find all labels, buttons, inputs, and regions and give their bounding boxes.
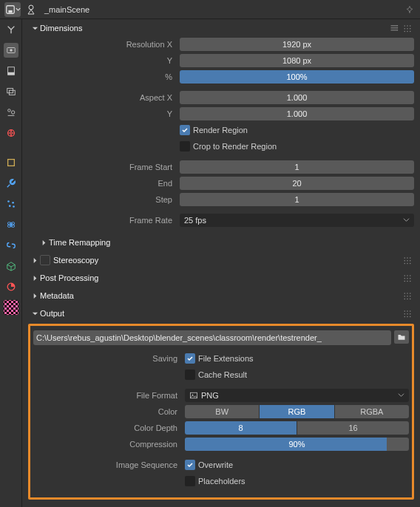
svg-point-34 <box>407 31 408 33</box>
svg-point-40 <box>407 260 408 262</box>
svg-point-32 <box>410 28 411 30</box>
crop-region-checkbox[interactable] <box>180 141 190 152</box>
color-rgb-button[interactable]: RGB <box>260 405 333 418</box>
material-icon[interactable] <box>4 279 18 294</box>
view-layer-icon[interactable] <box>4 84 18 99</box>
image-sequence-label: Image Sequence <box>33 460 185 469</box>
color-bw-button[interactable]: BW <box>185 405 259 418</box>
physics-icon[interactable] <box>4 217 18 232</box>
stereoscopy-checkbox[interactable] <box>40 255 50 265</box>
output-properties-icon[interactable] <box>4 64 18 78</box>
time-remapping-header[interactable]: Time Remapping <box>28 234 414 251</box>
scene-icon <box>25 4 37 16</box>
frame-rate-value: 25 fps <box>184 216 206 225</box>
aspect-x-label: Aspect X <box>28 93 180 102</box>
collapse-icon <box>30 293 40 299</box>
resolution-y-label: Y <box>28 56 180 65</box>
scene-props-icon[interactable] <box>4 105 18 120</box>
options-icon[interactable] <box>402 290 413 301</box>
svg-point-49 <box>407 278 408 279</box>
svg-point-35 <box>410 31 411 33</box>
svg-rect-6 <box>7 72 14 75</box>
options-icon[interactable] <box>402 23 413 33</box>
scene-title: _mainScene <box>44 5 89 14</box>
texture-icon[interactable] <box>4 300 18 315</box>
placeholders-checkbox[interactable] <box>185 476 195 486</box>
svg-point-70 <box>407 316 408 318</box>
frame-step-input[interactable]: 1 <box>180 193 414 206</box>
particles-icon[interactable] <box>4 197 18 211</box>
overwrite-checkbox[interactable] <box>185 460 195 470</box>
svg-point-9 <box>7 109 10 112</box>
svg-point-30 <box>404 28 406 30</box>
options-icon[interactable] <box>402 255 413 265</box>
expand-icon <box>30 25 40 32</box>
aspect-x-input[interactable]: 1.000 <box>180 91 414 104</box>
svg-point-59 <box>410 296 411 297</box>
resolution-y-input[interactable]: 1080 px <box>180 54 414 67</box>
pin-icon[interactable] <box>404 4 416 16</box>
section-label: Time Remapping <box>49 238 413 247</box>
svg-point-68 <box>410 313 411 315</box>
svg-point-33 <box>404 31 406 33</box>
output-panel-highlight: C:\Users\rebus_agustin\Desktop\blender_s… <box>28 324 414 500</box>
svg-rect-22 <box>391 27 398 28</box>
file-extensions-label: File Extensions <box>198 354 254 363</box>
post-processing-header[interactable]: Post Processing <box>28 269 414 287</box>
options-icon[interactable] <box>402 308 413 319</box>
svg-point-44 <box>410 263 411 265</box>
browse-folder-button[interactable] <box>394 330 409 344</box>
metadata-header[interactable]: Metadata <box>28 287 414 304</box>
options-icon[interactable] <box>402 273 413 283</box>
editor-type-dropdown[interactable] <box>4 2 21 17</box>
resolution-pct-input[interactable]: 100% <box>180 70 414 84</box>
image-icon <box>189 391 198 400</box>
dimensions-header[interactable]: Dimensions <box>28 19 414 37</box>
placeholders-label: Placeholders <box>198 477 245 486</box>
color-depth-label: Color Depth <box>33 423 185 432</box>
svg-rect-23 <box>391 30 398 30</box>
svg-point-14 <box>12 202 14 204</box>
file-format-label: File Format <box>33 391 185 400</box>
svg-point-43 <box>407 263 408 265</box>
output-header[interactable]: Output <box>28 304 414 322</box>
compression-label: Compression <box>33 440 185 449</box>
crop-region-label: Crop to Render Region <box>193 142 277 151</box>
svg-rect-21 <box>391 25 398 26</box>
svg-point-4 <box>10 49 13 52</box>
svg-point-29 <box>410 25 411 27</box>
section-label: Dimensions <box>40 24 389 33</box>
cache-result-checkbox[interactable] <box>185 370 195 380</box>
resolution-x-input[interactable]: 1920 px <box>180 38 414 51</box>
svg-point-28 <box>407 25 408 27</box>
frame-start-input[interactable]: 1 <box>180 160 414 174</box>
svg-point-26 <box>397 30 399 31</box>
svg-point-39 <box>404 260 406 262</box>
frame-rate-select[interactable]: 25 fps <box>180 214 414 227</box>
color-rgba-button[interactable]: RGBA <box>335 405 409 418</box>
chevron-down-icon <box>398 391 404 400</box>
depth-16-button[interactable]: 16 <box>297 421 409 435</box>
mesh-data-icon[interactable] <box>4 259 18 273</box>
render-icon[interactable] <box>4 43 18 58</box>
compression-slider[interactable]: 90% <box>185 438 409 451</box>
world-icon[interactable] <box>4 126 18 140</box>
aspect-y-input[interactable]: 1.000 <box>180 107 414 120</box>
frame-end-input[interactable]: 20 <box>180 177 414 190</box>
color-mode-group: BW RGB RGBA <box>185 405 409 418</box>
depth-8-button[interactable]: 8 <box>185 421 297 435</box>
object-icon[interactable] <box>4 155 18 170</box>
svg-point-24 <box>397 25 399 27</box>
constraints-icon[interactable] <box>4 238 18 253</box>
modifier-icon[interactable] <box>4 176 18 191</box>
stereoscopy-header[interactable]: Stereoscopy <box>28 251 414 269</box>
file-extensions-checkbox[interactable] <box>185 353 195 364</box>
file-format-select[interactable]: PNG <box>185 389 409 402</box>
color-depth-group: 8 16 <box>185 421 409 435</box>
preset-menu-icon[interactable] <box>389 23 399 33</box>
tool-icon[interactable] <box>4 22 18 37</box>
output-path-input[interactable]: C:\Users\rebus_agustin\Desktop\blender_s… <box>33 330 391 345</box>
svg-point-67 <box>407 313 408 315</box>
render-region-checkbox[interactable] <box>180 125 190 135</box>
svg-point-36 <box>404 257 406 259</box>
